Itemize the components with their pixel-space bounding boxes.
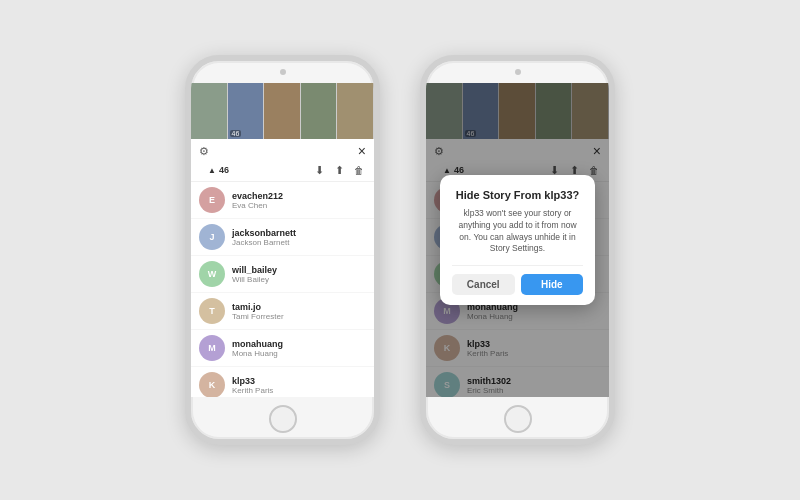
modal-divider: [452, 265, 583, 266]
user-info: will_bailey Will Bailey: [232, 265, 277, 284]
views-count-left: 46: [219, 165, 229, 175]
avatar: M: [199, 335, 225, 361]
camera-dot-left: [280, 69, 286, 75]
user-list-left: E evachen212 Eva Chen J jacksonbarnett J…: [191, 182, 374, 397]
user-name: will_bailey: [232, 265, 277, 275]
hide-story-modal: Hide Story From klp33? klp33 won't see y…: [440, 175, 595, 306]
user-handle: Kerith Paris: [232, 386, 273, 395]
user-info: tami.jo Tami Forrester: [232, 302, 284, 321]
cancel-button[interactable]: Cancel: [452, 274, 515, 295]
user-handle: Eva Chen: [232, 201, 283, 210]
user-name: evachen212: [232, 191, 283, 201]
scene: 46 ⚙ × ▲ 46 ⬇ ⬆ 🗑 E: [185, 55, 615, 445]
close-icon-left[interactable]: ×: [358, 143, 366, 159]
story-thumb-5[interactable]: [337, 83, 374, 139]
hide-button[interactable]: Hide: [521, 274, 584, 295]
user-item[interactable]: W will_bailey Will Bailey: [191, 256, 374, 293]
story-thumb-2[interactable]: 46: [228, 83, 265, 139]
camera-dot-right: [515, 69, 521, 75]
story-thumb-4[interactable]: [301, 83, 338, 139]
user-info: jacksonbarnett Jackson Barnett: [232, 228, 296, 247]
avatar: J: [199, 224, 225, 250]
story-thumb-1[interactable]: [191, 83, 228, 139]
download-icon-left[interactable]: ⬇: [312, 163, 326, 177]
thumb-count-2: 46: [230, 130, 242, 137]
story-strip-left: 46: [191, 83, 374, 139]
story-thumb-3[interactable]: [264, 83, 301, 139]
user-handle: Will Bailey: [232, 275, 277, 284]
phone-left: 46 ⚙ × ▲ 46 ⬇ ⬆ 🗑 E: [185, 55, 380, 445]
modal-overlay: Hide Story From klp33? klp33 won't see y…: [426, 83, 609, 397]
modal-title: Hide Story From klp33?: [452, 189, 583, 201]
toolbar-left: ▲ 46 ⬇ ⬆ 🗑: [191, 159, 374, 182]
phone-right: 46 ⚙ × ▲ 46 ⬇ ⬆ 🗑 E: [420, 55, 615, 445]
views-icon-left: ▲: [205, 163, 219, 177]
user-item[interactable]: E evachen212 Eva Chen: [191, 182, 374, 219]
top-bar-left: ⚙ ×: [191, 139, 374, 159]
home-button-right[interactable]: [504, 405, 532, 433]
user-info: monahuang Mona Huang: [232, 339, 283, 358]
settings-icon-left[interactable]: ⚙: [199, 145, 209, 158]
avatar: E: [199, 187, 225, 213]
user-item[interactable]: J jacksonbarnett Jackson Barnett: [191, 219, 374, 256]
user-info: klp33 Kerith Paris: [232, 376, 273, 395]
user-handle: Mona Huang: [232, 349, 283, 358]
home-button-left[interactable]: [269, 405, 297, 433]
user-name: tami.jo: [232, 302, 284, 312]
user-item[interactable]: K klp33 Kerith Paris: [191, 367, 374, 397]
screen-left: 46 ⚙ × ▲ 46 ⬇ ⬆ 🗑 E: [191, 83, 374, 397]
user-item[interactable]: M monahuang Mona Huang: [191, 330, 374, 367]
user-name: klp33: [232, 376, 273, 386]
share-icon-left[interactable]: ⬆: [332, 163, 346, 177]
user-name: monahuang: [232, 339, 283, 349]
avatar: T: [199, 298, 225, 324]
user-handle: Jackson Barnett: [232, 238, 296, 247]
avatar: W: [199, 261, 225, 287]
user-handle: Tami Forrester: [232, 312, 284, 321]
modal-buttons: Cancel Hide: [452, 274, 583, 295]
screen-right: 46 ⚙ × ▲ 46 ⬇ ⬆ 🗑 E: [426, 83, 609, 397]
avatar: K: [199, 372, 225, 397]
delete-icon-left[interactable]: 🗑: [352, 163, 366, 177]
user-item[interactable]: T tami.jo Tami Forrester: [191, 293, 374, 330]
user-name: jacksonbarnett: [232, 228, 296, 238]
user-info: evachen212 Eva Chen: [232, 191, 283, 210]
modal-body: klp33 won't see your story or anything y…: [452, 208, 583, 256]
